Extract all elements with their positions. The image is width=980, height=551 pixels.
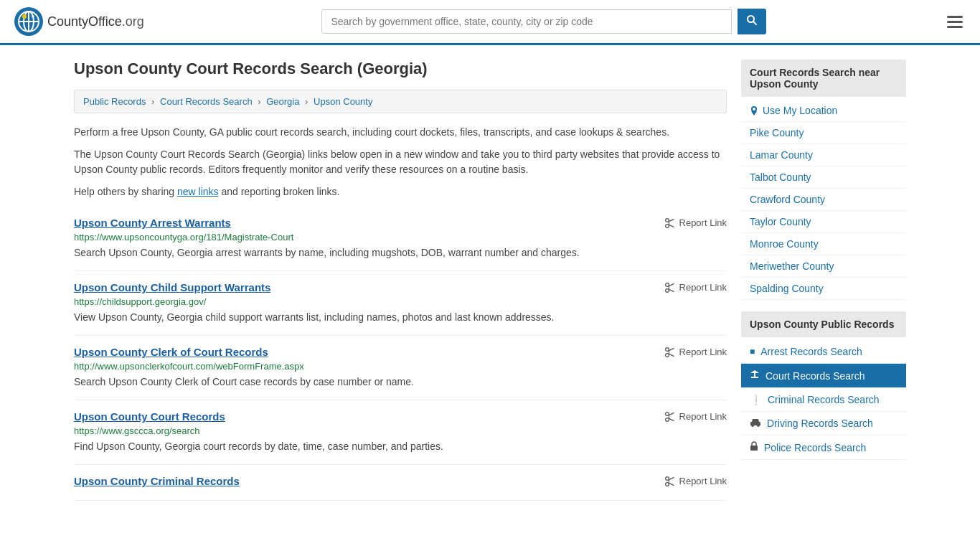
- result-item: Upson County Child Support Warrants Repo…: [74, 271, 727, 336]
- page-title: Upson County Court Records Search (Georg…: [74, 60, 727, 78]
- result-header: Upson County Arrest Warrants Report Link: [74, 217, 727, 229]
- breadcrumb: Public Records › Court Records Search › …: [74, 90, 727, 113]
- svg-point-15: [665, 288, 669, 292]
- svg-marker-36: [751, 111, 757, 116]
- main-content: Upson County Court Records Search (Georg…: [74, 60, 727, 501]
- report-link-button[interactable]: Report Link: [664, 476, 727, 487]
- search-button[interactable]: [738, 9, 766, 34]
- breadcrumb-public-records[interactable]: Public Records: [83, 96, 146, 107]
- svg-line-11: [669, 219, 674, 221]
- sidebar-link-spalding-county[interactable]: Spalding County: [741, 278, 906, 300]
- svg-point-5: [22, 14, 27, 19]
- location-pin-icon: [750, 105, 758, 116]
- result-item: Upson County Criminal Records Report Lin…: [74, 465, 727, 501]
- sidebar-court-records[interactable]: Court Records Search: [741, 364, 906, 388]
- svg-line-26: [669, 413, 674, 415]
- menu-line-3: [947, 26, 963, 28]
- sidebar-link-lamar-county[interactable]: Lamar County: [741, 144, 906, 166]
- result-title[interactable]: Upson County Court Records: [74, 410, 225, 423]
- svg-point-6: [32, 15, 34, 18]
- sidebar-link-monroe-county[interactable]: Monroe County: [741, 233, 906, 255]
- logo-icon: [14, 7, 43, 36]
- search-input[interactable]: [321, 9, 732, 34]
- nearby-section-header: Court Records Search near Upson County: [741, 60, 906, 97]
- svg-point-14: [665, 283, 669, 286]
- result-item: Upson County Arrest Warrants Report Link…: [74, 207, 727, 271]
- svg-line-32: [669, 483, 674, 485]
- svg-point-24: [665, 412, 669, 415]
- scissors-icon: [664, 411, 676, 423]
- desc-paragraph-2: The Upson County Court Records Search (G…: [74, 147, 727, 177]
- scissors-icon: [664, 476, 676, 487]
- nearby-section: Court Records Search near Upson County U…: [741, 60, 906, 300]
- sidebar-criminal-records[interactable]: ❕ Criminal Records Search: [741, 388, 906, 412]
- menu-line-2: [947, 21, 963, 23]
- report-link-button[interactable]: Report Link: [664, 217, 727, 229]
- svg-point-35: [753, 108, 755, 110]
- svg-marker-39: [750, 370, 759, 373]
- exclamation-icon: ❕: [750, 394, 762, 405]
- report-link-button[interactable]: Report Link: [664, 282, 727, 293]
- result-title[interactable]: Upson County Clerk of Court Records: [74, 346, 268, 358]
- svg-line-16: [669, 283, 674, 286]
- svg-line-8: [753, 22, 756, 24]
- svg-line-17: [669, 289, 674, 291]
- scissors-icon: [664, 347, 676, 358]
- logo[interactable]: CountyOffice.org: [14, 7, 144, 36]
- svg-point-25: [665, 418, 669, 421]
- site-header: CountyOffice.org: [0, 0, 980, 45]
- breadcrumb-court-records[interactable]: Court Records Search: [160, 96, 253, 107]
- svg-line-31: [669, 477, 674, 479]
- result-desc: Find Upson County, Georgia court records…: [74, 439, 727, 454]
- arrest-icon: ■: [750, 347, 755, 357]
- sidebar-arrest-records[interactable]: ■ Arrest Records Search: [741, 340, 906, 364]
- breadcrumb-sep-3: ›: [305, 96, 311, 107]
- search-area: [321, 9, 766, 34]
- menu-line-1: [947, 16, 963, 18]
- result-header: Upson County Criminal Records Report Lin…: [74, 475, 727, 487]
- svg-point-30: [665, 482, 669, 486]
- main-container: Upson County Court Records Search (Georg…: [60, 45, 920, 515]
- result-title[interactable]: Upson County Arrest Warrants: [74, 217, 231, 229]
- result-title[interactable]: Upson County Child Support Warrants: [74, 281, 270, 293]
- sidebar-link-pike-county[interactable]: Pike County: [741, 122, 906, 144]
- sidebar-link-talbot-county[interactable]: Talbot County: [741, 166, 906, 189]
- svg-rect-37: [751, 377, 758, 378]
- svg-marker-41: [752, 419, 759, 422]
- breadcrumb-upson-county[interactable]: Upson County: [314, 96, 372, 107]
- report-link-button[interactable]: Report Link: [664, 347, 727, 358]
- svg-rect-44: [750, 446, 758, 451]
- result-item: Upson County Clerk of Court Records Repo…: [74, 336, 727, 400]
- breadcrumb-sep-1: ›: [151, 96, 157, 107]
- result-desc: Search Upson County, Georgia arrest warr…: [74, 245, 727, 260]
- result-url: https://www.gsccca.org/search: [74, 425, 727, 436]
- new-links-link[interactable]: new links: [177, 186, 219, 197]
- desc-paragraph-1: Perform a free Upson County, GA public c…: [74, 125, 727, 140]
- svg-point-29: [665, 476, 669, 480]
- svg-point-19: [665, 347, 669, 351]
- desc-paragraph-3: Help others by sharing new links and rep…: [74, 184, 727, 199]
- report-link-button[interactable]: Report Link: [664, 411, 727, 423]
- sidebar-police-records[interactable]: Police Records Search: [741, 435, 906, 460]
- lock-icon: [750, 441, 758, 453]
- result-item: Upson County Court Records Report Link h…: [74, 400, 727, 465]
- result-header: Upson County Court Records Report Link: [74, 410, 727, 423]
- svg-line-12: [669, 225, 674, 227]
- breadcrumb-georgia[interactable]: Georgia: [266, 96, 299, 107]
- hamburger-menu-button[interactable]: [944, 13, 966, 31]
- logo-text: CountyOffice.org: [47, 14, 144, 29]
- results-list: Upson County Arrest Warrants Report Link…: [74, 207, 727, 501]
- use-my-location[interactable]: Use My Location: [741, 100, 906, 122]
- svg-point-9: [665, 218, 669, 222]
- result-title[interactable]: Upson County Criminal Records: [74, 475, 240, 487]
- svg-point-20: [665, 353, 669, 357]
- result-url: http://www.upsonclerkofcourt.com/webForm…: [74, 361, 727, 372]
- search-icon: [746, 14, 758, 26]
- breadcrumb-sep-2: ›: [258, 96, 263, 107]
- sidebar-link-taylor-county[interactable]: Taylor County: [741, 211, 906, 233]
- sidebar-link-meriwether-county[interactable]: Meriwether County: [741, 255, 906, 278]
- sidebar-driving-records[interactable]: Driving Records Search: [741, 412, 906, 435]
- svg-point-10: [665, 224, 669, 227]
- sidebar-link-crawford-county[interactable]: Crawford County: [741, 189, 906, 211]
- result-url: https://childsupport.georgia.gov/: [74, 296, 727, 307]
